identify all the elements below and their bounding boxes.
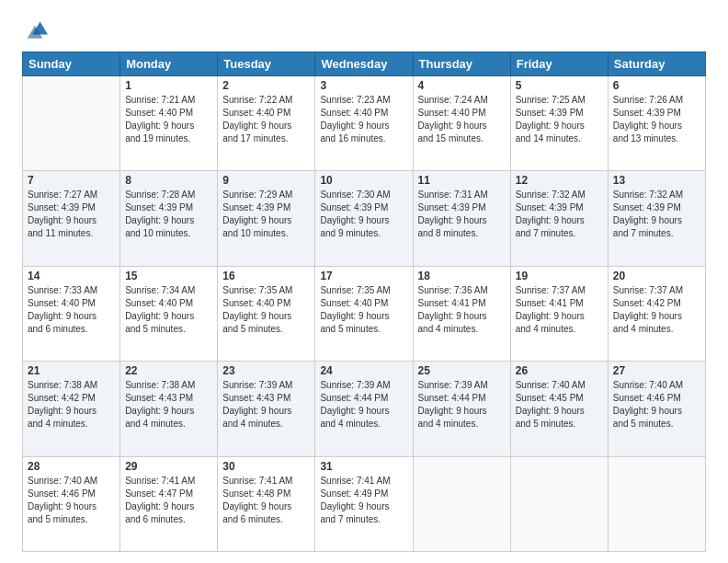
sunset-text: Sunset: 4:47 PM <box>125 488 212 500</box>
daylight-cont-text: and 5 minutes. <box>125 323 212 336</box>
calendar-cell: 19Sunrise: 7:37 AMSunset: 4:41 PMDayligh… <box>510 266 608 361</box>
calendar-cell: 13Sunrise: 7:32 AMSunset: 4:39 PMDayligh… <box>608 171 705 266</box>
calendar-cell: 18Sunrise: 7:36 AMSunset: 4:41 PMDayligh… <box>413 266 510 361</box>
cell-info: Sunrise: 7:41 AMSunset: 4:48 PMDaylight:… <box>222 475 310 526</box>
daylight-cont-text: and 19 minutes. <box>125 132 212 145</box>
cell-info: Sunrise: 7:28 AMSunset: 4:39 PMDaylight:… <box>125 189 212 240</box>
sunrise-text: Sunrise: 7:41 AM <box>125 475 212 488</box>
sunrise-text: Sunrise: 7:35 AM <box>320 284 407 297</box>
calendar-cell: 14Sunrise: 7:33 AMSunset: 4:40 PMDayligh… <box>23 266 120 361</box>
calendar-cell: 7Sunrise: 7:27 AMSunset: 4:39 PMDaylight… <box>23 171 120 266</box>
sunrise-text: Sunrise: 7:33 AM <box>28 284 115 297</box>
calendar-cell: 20Sunrise: 7:37 AMSunset: 4:42 PMDayligh… <box>608 266 705 361</box>
daylight-text: Daylight: 9 hours <box>613 120 700 132</box>
cell-info: Sunrise: 7:39 AMSunset: 4:43 PMDaylight:… <box>222 379 310 431</box>
day-number: 8 <box>125 174 212 187</box>
daylight-text: Daylight: 9 hours <box>125 310 212 323</box>
sunrise-text: Sunrise: 7:37 AM <box>516 284 603 297</box>
cell-info: Sunrise: 7:30 AMSunset: 4:39 PMDaylight:… <box>320 189 407 240</box>
daylight-cont-text: and 4 minutes. <box>418 323 506 336</box>
sunrise-text: Sunrise: 7:32 AM <box>516 189 603 201</box>
day-number: 18 <box>418 270 506 282</box>
daylight-text: Daylight: 9 hours <box>418 120 506 132</box>
sunrise-text: Sunrise: 7:35 AM <box>222 284 310 297</box>
sunset-text: Sunset: 4:39 PM <box>418 201 506 214</box>
day-number: 1 <box>125 79 212 92</box>
calendar-cell: 28Sunrise: 7:40 AMSunset: 4:46 PMDayligh… <box>23 456 120 551</box>
sunset-text: Sunset: 4:43 PM <box>222 392 310 405</box>
weekday-header-sunday: Sunday <box>23 52 120 76</box>
day-number: 15 <box>125 270 212 282</box>
daylight-cont-text: and 5 minutes. <box>613 418 700 431</box>
weekday-header-thursday: Thursday <box>413 52 510 76</box>
calendar-cell: 31Sunrise: 7:41 AMSunset: 4:49 PMDayligh… <box>315 456 413 551</box>
sunrise-text: Sunrise: 7:40 AM <box>28 475 115 488</box>
daylight-cont-text: and 8 minutes. <box>418 227 506 240</box>
sunset-text: Sunset: 4:39 PM <box>222 201 310 214</box>
daylight-text: Daylight: 9 hours <box>125 214 212 227</box>
calendar-cell: 2Sunrise: 7:22 AMSunset: 4:40 PMDaylight… <box>218 76 315 171</box>
sunset-text: Sunset: 4:46 PM <box>28 488 115 500</box>
cell-info: Sunrise: 7:40 AMSunset: 4:46 PMDaylight:… <box>28 475 115 526</box>
cell-info: Sunrise: 7:37 AMSunset: 4:42 PMDaylight:… <box>613 284 700 336</box>
daylight-cont-text: and 4 minutes. <box>28 418 115 431</box>
daylight-text: Daylight: 9 hours <box>418 405 506 418</box>
sunset-text: Sunset: 4:39 PM <box>516 201 603 214</box>
week-row-4: 21Sunrise: 7:38 AMSunset: 4:42 PMDayligh… <box>23 362 706 456</box>
weekday-header-friday: Friday <box>510 52 608 76</box>
cell-info: Sunrise: 7:24 AMSunset: 4:40 PMDaylight:… <box>418 94 506 145</box>
daylight-cont-text: and 7 minutes. <box>613 227 700 240</box>
daylight-cont-text: and 17 minutes. <box>222 132 310 145</box>
sunrise-text: Sunrise: 7:27 AM <box>28 189 115 201</box>
sunrise-text: Sunrise: 7:38 AM <box>125 379 212 392</box>
daylight-text: Daylight: 9 hours <box>320 500 407 513</box>
day-number: 28 <box>28 460 115 473</box>
daylight-cont-text: and 4 minutes. <box>320 418 407 431</box>
cell-info: Sunrise: 7:23 AMSunset: 4:40 PMDaylight:… <box>320 94 407 145</box>
daylight-text: Daylight: 9 hours <box>222 120 310 132</box>
sunset-text: Sunset: 4:45 PM <box>516 392 603 405</box>
daylight-text: Daylight: 9 hours <box>418 310 506 323</box>
sunrise-text: Sunrise: 7:31 AM <box>418 189 506 201</box>
sunset-text: Sunset: 4:39 PM <box>613 201 700 214</box>
sunset-text: Sunset: 4:42 PM <box>28 392 115 405</box>
logo-icon <box>22 17 48 42</box>
sunset-text: Sunset: 4:39 PM <box>320 201 407 214</box>
calendar-cell: 6Sunrise: 7:26 AMSunset: 4:39 PMDaylight… <box>608 76 705 171</box>
sunrise-text: Sunrise: 7:23 AM <box>320 94 407 107</box>
cell-info: Sunrise: 7:21 AMSunset: 4:40 PMDaylight:… <box>125 94 212 145</box>
daylight-cont-text: and 4 minutes. <box>125 418 212 431</box>
daylight-cont-text: and 5 minutes. <box>28 513 115 526</box>
calendar-cell: 30Sunrise: 7:41 AMSunset: 4:48 PMDayligh… <box>218 456 315 551</box>
sunrise-text: Sunrise: 7:36 AM <box>418 284 506 297</box>
calendar-cell: 12Sunrise: 7:32 AMSunset: 4:39 PMDayligh… <box>510 171 608 266</box>
daylight-cont-text: and 10 minutes. <box>125 227 212 240</box>
sunrise-text: Sunrise: 7:39 AM <box>320 379 407 392</box>
weekday-header-wednesday: Wednesday <box>315 52 413 76</box>
calendar-cell: 5Sunrise: 7:25 AMSunset: 4:39 PMDaylight… <box>510 76 608 171</box>
sunset-text: Sunset: 4:39 PM <box>516 107 603 120</box>
cell-info: Sunrise: 7:27 AMSunset: 4:39 PMDaylight:… <box>28 189 115 240</box>
sunrise-text: Sunrise: 7:40 AM <box>516 379 603 392</box>
sunset-text: Sunset: 4:42 PM <box>613 297 700 310</box>
sunset-text: Sunset: 4:39 PM <box>28 201 115 214</box>
daylight-cont-text: and 9 minutes. <box>320 227 407 240</box>
sunset-text: Sunset: 4:40 PM <box>222 297 310 310</box>
calendar-cell: 8Sunrise: 7:28 AMSunset: 4:39 PMDaylight… <box>120 171 218 266</box>
calendar-cell: 29Sunrise: 7:41 AMSunset: 4:47 PMDayligh… <box>120 456 218 551</box>
sunrise-text: Sunrise: 7:26 AM <box>613 94 700 107</box>
sunset-text: Sunset: 4:40 PM <box>125 297 212 310</box>
day-number: 21 <box>28 364 115 377</box>
week-row-1: 1Sunrise: 7:21 AMSunset: 4:40 PMDaylight… <box>23 76 706 171</box>
page: SundayMondayTuesdayWednesdayThursdayFrid… <box>0 0 728 563</box>
sunset-text: Sunset: 4:41 PM <box>516 297 603 310</box>
sunset-text: Sunset: 4:40 PM <box>418 107 506 120</box>
cell-info: Sunrise: 7:41 AMSunset: 4:47 PMDaylight:… <box>125 475 212 526</box>
sunset-text: Sunset: 4:49 PM <box>320 488 407 500</box>
cell-info: Sunrise: 7:26 AMSunset: 4:39 PMDaylight:… <box>613 94 700 145</box>
sunrise-text: Sunrise: 7:34 AM <box>125 284 212 297</box>
daylight-cont-text: and 11 minutes. <box>28 227 115 240</box>
cell-info: Sunrise: 7:38 AMSunset: 4:42 PMDaylight:… <box>28 379 115 431</box>
daylight-text: Daylight: 9 hours <box>222 500 310 513</box>
day-number: 9 <box>222 174 310 187</box>
